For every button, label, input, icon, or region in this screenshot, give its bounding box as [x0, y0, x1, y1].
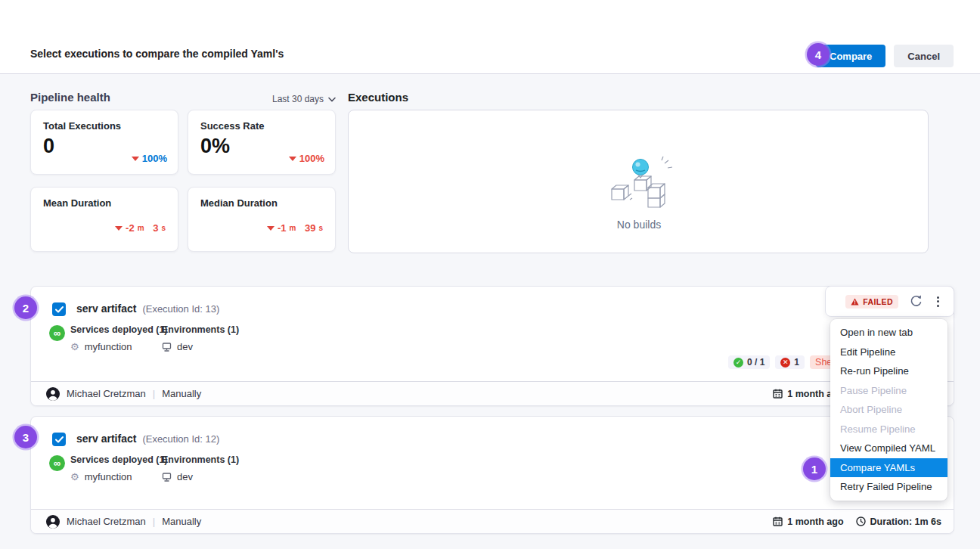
environments-label: Environments (1): [162, 324, 239, 335]
topbar-actions: Compare Cancel: [816, 45, 954, 67]
menu-item-compare-yamls[interactable]: Compare YAMLs: [830, 458, 947, 478]
service-name: myfunction: [85, 471, 132, 482]
check-icon: [55, 306, 64, 313]
time-range-label: Last 30 days: [272, 94, 324, 104]
stat-delta: 100%: [289, 153, 324, 164]
no-builds-text: No builds: [349, 219, 929, 231]
avatar: [46, 515, 60, 529]
menu-item-view-compiled-yaml[interactable]: View Compiled YAML: [830, 439, 947, 458]
stat-value: 0: [43, 135, 54, 158]
gear-icon: ⚙: [70, 472, 79, 482]
topbar: Select executions to compare the compile…: [0, 0, 980, 74]
menu-item-resume-pipeline: Resume Pipeline: [830, 420, 947, 439]
stat-delta: -1m 39s: [267, 222, 323, 234]
menu-item-rerun-pipeline[interactable]: Re-run Pipeline: [830, 361, 947, 381]
environment-icon: [162, 473, 172, 482]
caret-down-icon: [289, 157, 296, 161]
menu-item-open-in-new-tab[interactable]: Open in new tab: [830, 323, 947, 343]
row-footer: Michael Cretzman | Manually 1 month ago …: [31, 381, 954, 405]
check-circle-icon: ✓: [733, 358, 743, 368]
separator: |: [153, 516, 155, 527]
x-circle-icon: ✕: [780, 358, 790, 368]
trigger-type: Manually: [162, 516, 201, 527]
row-checkbox[interactable]: [52, 302, 66, 316]
cd-pipeline-icon: ∞: [49, 325, 65, 341]
environments-column: Environments (1) dev: [162, 324, 239, 352]
menu-item-edit-pipeline[interactable]: Edit Pipeline: [830, 343, 947, 362]
services-column: Services deployed (1) ⚙ myfunction: [70, 324, 168, 352]
stat-card-mean-duration: Mean Duration -2m 3s: [30, 187, 178, 252]
stat-value: 0%: [200, 135, 230, 158]
annotation-badge-3: 3: [14, 426, 37, 448]
caret-down-icon: [115, 226, 122, 231]
refresh-button[interactable]: [909, 294, 923, 309]
annotation-badge-2: 2: [14, 296, 37, 319]
service-item: ⚙ myfunction: [70, 341, 168, 352]
page-title: Select executions to compare the compile…: [30, 48, 284, 60]
duration-meta: Duration: 1m 6s: [856, 516, 941, 527]
avatar: [46, 387, 60, 401]
row-footer: Michael Cretzman | Manually 1 month ago …: [31, 509, 954, 533]
cd-pipeline-icon: ∞: [49, 455, 65, 471]
executions-empty-panel: No builds: [348, 110, 929, 253]
pipeline-run-title[interactable]: serv artifact(Execution Id: 13): [76, 302, 219, 315]
stat-card-median-duration: Median Duration -1m 39s: [188, 187, 336, 252]
gear-icon: ⚙: [70, 342, 79, 352]
stat-label: Mean Duration: [43, 197, 111, 209]
row-checkbox[interactable]: [52, 433, 66, 446]
stat-delta: 100%: [132, 153, 167, 164]
caret-down-icon: [132, 157, 139, 161]
execution-id: (Execution Id: 12): [142, 433, 219, 445]
annotation-badge-1: 1: [803, 458, 826, 480]
executions-title: Executions: [348, 91, 408, 104]
date-meta: 1 month ago: [773, 516, 843, 527]
stat-card-total-executions: Total Executions 0 100%: [30, 110, 178, 175]
footer-meta: 1 month ago Duration: 1m 6s: [773, 516, 941, 527]
environment-icon: [162, 343, 172, 352]
calendar-icon: [773, 389, 783, 399]
author-name: Michael Cretzman: [67, 388, 146, 399]
compare-executions-screen: Select executions to compare the compile…: [0, 0, 980, 549]
failed-status-badge: FAILED: [845, 295, 898, 309]
row-context-menu: Open in new tab Edit Pipeline Re-run Pip…: [830, 319, 947, 501]
environment-item: dev: [162, 341, 239, 352]
stat-label: Total Executions: [43, 120, 121, 132]
menu-item-abort-pipeline: Abort Pipeline: [830, 400, 947, 420]
environments-label: Environments (1): [162, 454, 239, 465]
caret-down-icon: [267, 226, 274, 231]
menu-item-pause-pipeline: Pause Pipeline: [830, 381, 947, 401]
warning-triangle-icon: [851, 298, 859, 306]
pipeline-health-title: Pipeline health: [30, 91, 110, 104]
stat-card-success-rate: Success Rate 0% 100%: [188, 110, 336, 175]
environment-name: dev: [177, 341, 193, 352]
execution-status-cluster: FAILED: [825, 286, 954, 317]
cancel-button[interactable]: Cancel: [894, 45, 954, 67]
no-builds-illustration: [601, 154, 677, 213]
execution-id: (Execution Id: 13): [142, 303, 219, 315]
stat-delta: -2m 3s: [115, 222, 166, 234]
services-label: Services deployed (1): [70, 324, 168, 335]
annotation-badge-4: 4: [807, 43, 830, 66]
more-options-button[interactable]: [934, 295, 942, 309]
trigger-type: Manually: [162, 388, 201, 399]
separator: |: [153, 388, 155, 399]
stat-label: Median Duration: [200, 197, 278, 209]
stat-label: Success Rate: [200, 120, 265, 132]
author-name: Michael Cretzman: [67, 516, 146, 527]
menu-item-retry-failed-pipeline[interactable]: Retry Failed Pipeline: [830, 477, 947, 497]
check-icon: [55, 436, 64, 443]
services-label: Services deployed (1): [70, 454, 168, 465]
time-range-select[interactable]: Last 30 days: [272, 94, 336, 104]
calendar-icon: [773, 516, 783, 526]
environment-item: dev: [162, 471, 239, 482]
success-count-pill: ✓ 0 / 1: [728, 355, 770, 369]
clock-icon: [856, 516, 866, 526]
environments-column: Environments (1) dev: [162, 454, 239, 482]
services-column: Services deployed (1) ⚙ myfunction: [70, 454, 168, 482]
execution-row-13: serv artifact(Execution Id: 13) ∞ Servic…: [30, 286, 954, 406]
refresh-icon: [909, 294, 923, 309]
pipeline-run-title[interactable]: serv artifact(Execution Id: 12): [76, 433, 219, 445]
service-item: ⚙ myfunction: [70, 471, 168, 482]
environment-name: dev: [177, 471, 193, 482]
chevron-down-icon: [328, 97, 336, 102]
